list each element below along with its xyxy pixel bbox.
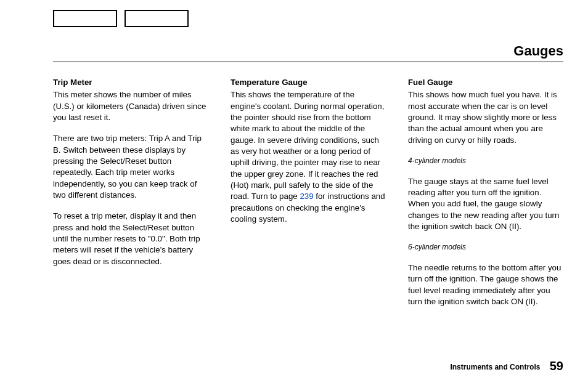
title-row: Gauges bbox=[53, 43, 563, 62]
body-text: The gauge stays at the same fuel level r… bbox=[408, 176, 563, 233]
heading-trip-meter: Trip Meter bbox=[53, 77, 208, 88]
footer-section: Instruments and Controls bbox=[450, 363, 540, 371]
placeholder-box-1 bbox=[53, 10, 117, 27]
body-text: This shows how much fuel you have. It is… bbox=[408, 89, 563, 146]
body-text: The needle returns to the bottom after y… bbox=[408, 262, 563, 307]
page-title: Gauges bbox=[513, 43, 563, 59]
body-text: This meter shows the number of miles (U.… bbox=[53, 89, 208, 123]
body-text: This shows the temperature of the engine… bbox=[231, 89, 386, 225]
placeholder-box-2 bbox=[125, 10, 189, 27]
heading-temperature-gauge: Temperature Gauge bbox=[231, 77, 386, 88]
columns: Trip Meter This meter shows the number o… bbox=[53, 77, 563, 317]
footer-page-number: 59 bbox=[550, 359, 563, 373]
subhead-4cyl: 4-cylinder models bbox=[408, 156, 563, 166]
page: Gauges Trip Meter This meter shows the n… bbox=[0, 0, 588, 388]
body-text-span: This shows the temperature of the engine… bbox=[231, 90, 384, 201]
footer: Instruments and Controls 59 bbox=[450, 359, 563, 373]
subhead-6cyl: 6-cylinder models bbox=[408, 242, 563, 253]
column-trip-meter: Trip Meter This meter shows the number o… bbox=[53, 77, 208, 317]
top-boxes bbox=[53, 10, 563, 27]
heading-fuel-gauge: Fuel Gauge bbox=[408, 77, 563, 88]
body-text: There are two trip meters: Trip A and Tr… bbox=[53, 133, 208, 201]
column-fuel-gauge: Fuel Gauge This shows how much fuel you … bbox=[408, 77, 563, 317]
page-link-239[interactable]: 239 bbox=[300, 192, 313, 201]
column-temperature-gauge: Temperature Gauge This shows the tempera… bbox=[231, 77, 386, 317]
body-text: To reset a trip meter, display it and th… bbox=[53, 211, 208, 267]
